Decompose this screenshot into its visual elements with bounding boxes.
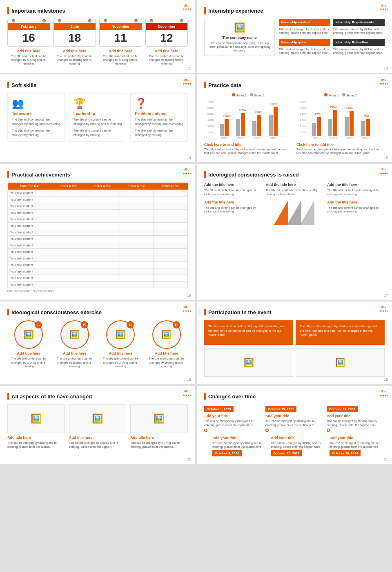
table-cell[interactable]: Your text content	[8, 262, 52, 268]
table-cell[interactable]: Your text content	[8, 249, 52, 255]
table-cell[interactable]: Your text content	[8, 210, 52, 216]
chart-click-title-1[interactable]: Click here to add title	[296, 143, 385, 147]
table-header-4[interactable]: Enter a title	[154, 183, 187, 190]
ideo-bottom-desc-0: The title and content can be chan ged by…	[204, 206, 262, 213]
timeline-line-1	[270, 430, 323, 430]
life-title-1[interactable]: Add title here	[69, 436, 127, 440]
life-item-2: 🖼️ Add title here Title can be changed b…	[130, 404, 188, 448]
milestone-title-1[interactable]: Add title here	[53, 49, 96, 53]
participation-img-box-0: 🖼️	[204, 348, 293, 377]
exercise-desc-0: The title and content can be changed by …	[7, 357, 50, 368]
ideo-top-title-0[interactable]: Add the title here	[204, 183, 262, 187]
table-cell[interactable]: Your text content	[8, 190, 52, 197]
table-cell[interactable]: Your text content	[8, 229, 52, 236]
milestone-desc-1: The title and content can be changed by …	[53, 54, 96, 65]
timeline-title-2[interactable]: Add your title	[327, 414, 385, 418]
table-cell	[154, 203, 187, 210]
table-cell[interactable]: Your text content	[8, 242, 52, 249]
table-cell	[120, 242, 154, 249]
svg-rect-15	[269, 115, 273, 136]
accent-bar	[7, 171, 9, 178]
exercise-title-2[interactable]: Add title here	[99, 351, 142, 355]
timeline-bottom-title-2[interactable]: Add your title	[330, 436, 385, 440]
table-row: Your text content	[8, 210, 188, 216]
accent-bar	[7, 82, 9, 88]
internship-box-1: Internship Requirements Title can be cha…	[333, 19, 385, 36]
participation-top: The title can be changed by clicking and…	[204, 320, 385, 345]
exercise-title-1[interactable]: Add title here	[53, 351, 96, 355]
skill-title-2[interactable]: Problem solving	[135, 112, 183, 116]
table-cell	[52, 216, 86, 223]
skill-title-0[interactable]: Teamwork	[12, 112, 60, 116]
internship-box-header-3: Internship Reflection	[333, 39, 385, 46]
timeline-title-0[interactable]: Add your title	[204, 414, 262, 418]
skill-title-1[interactable]: Leadership	[74, 112, 122, 116]
table-cell[interactable]: Your text content	[8, 216, 52, 223]
table-header-1[interactable]: Enter a title	[52, 183, 86, 190]
arrow-graphic	[266, 200, 323, 225]
table-cell	[120, 262, 154, 268]
table-cell[interactable]: Your text content	[8, 223, 52, 229]
chart-legend-1: Series 1 Series 2	[296, 93, 385, 97]
table-cell[interactable]: Your text content	[8, 282, 52, 288]
participation-banner-1[interactable]: The title can be changed by clicking and…	[296, 320, 385, 345]
achievements-note: Data statistics time: September 2029	[7, 290, 188, 293]
svg-text:3,000: 3,000	[300, 119, 306, 121]
exercise-title-3[interactable]: Add title here	[145, 351, 188, 355]
milestone-title-2[interactable]: Add title here	[99, 49, 142, 53]
milestones-grid: February 16 Add title here The title and…	[7, 19, 188, 65]
timeline-bottom-title-1[interactable]: Add your title	[271, 436, 326, 440]
table-header-0[interactable]: Enter the text	[8, 183, 52, 190]
exercise-item-3: D 🖼️ Add title here The title and conten…	[145, 320, 188, 368]
table-row: Your text content	[8, 262, 188, 268]
svg-rect-38	[361, 121, 365, 136]
svg-text:4,500: 4,500	[300, 101, 306, 103]
life-desc-2: Title can be changed by clicking and re-…	[130, 441, 188, 448]
skill-desc-1: The title and content can be changed by …	[74, 118, 122, 126]
ideo-bottom-title-2[interactable]: Add the title here	[327, 200, 385, 204]
chart-click-title-0[interactable]: Click here to add title	[204, 143, 292, 147]
svg-text:+10%: +10%	[255, 111, 263, 114]
life-title-2[interactable]: Add title here	[130, 436, 188, 440]
table-header-2[interactable]: Enter a title	[86, 183, 120, 190]
ideo-bottom-2: Add the title here The title and content…	[327, 200, 385, 225]
participation-banner-0[interactable]: The title can be changed by clicking and…	[204, 320, 293, 345]
exercise-title-0[interactable]: Add title here	[7, 351, 50, 355]
milestone-title-3[interactable]: Add title here	[145, 49, 188, 53]
logo-ideological1: dhu●●●●●	[379, 168, 388, 175]
logo-life-changed: dhu●●●●●	[183, 390, 191, 397]
circle-img-1: B 🖼️	[60, 320, 89, 349]
life-title-0[interactable]: Add title here	[7, 436, 65, 440]
achievements-tbody: Your text contentYour text contentYour t…	[8, 190, 188, 288]
svg-text:4,000: 4,000	[207, 119, 214, 121]
timeline-bottom-date-2: October 30, 2034	[330, 450, 361, 456]
table-cell	[86, 282, 120, 288]
ideo-top-title-1[interactable]: Add the title here	[266, 183, 323, 187]
table-cell[interactable]: Your text content	[8, 197, 52, 203]
table-cell[interactable]: Your text content	[8, 236, 52, 242]
table-header-3[interactable]: Enter a title	[120, 183, 154, 190]
milestone-title-0[interactable]: Add title here	[7, 49, 50, 53]
table-cell	[86, 197, 120, 203]
ideo-bottom-title-0[interactable]: Add the title here	[204, 200, 262, 204]
calendar-pins-0	[8, 19, 50, 22]
logo-participation: dhu●●●●●	[379, 306, 388, 313]
skill-card-0: 👥 Teamwork The title and content can be …	[7, 93, 65, 142]
internship-box-content-0: Title can be changed by clicking and re-…	[279, 27, 331, 35]
slide-number-practice-data: 15	[384, 156, 388, 160]
table-cell[interactable]: Your text content	[8, 203, 52, 210]
svg-rect-9	[236, 119, 240, 136]
milestone-item-1: June 18 Add title here The title and con…	[53, 19, 96, 65]
achievements-table: Enter the text Enter a title Enter a tit…	[7, 183, 188, 288]
participation-bottom: 🖼️ 🖼️	[204, 348, 385, 377]
table-cell[interactable]: Your text content	[8, 255, 52, 262]
table-cell[interactable]: Your text content	[8, 275, 52, 282]
table-cell[interactable]: Your text content	[8, 268, 52, 275]
timeline-title-1[interactable]: Add your title	[265, 414, 323, 418]
timeline-bottom-title-0[interactable]: Add your title	[212, 436, 267, 440]
slide-title-soft-skills: Soft skills	[7, 82, 188, 88]
table-row: Your text content	[8, 268, 188, 275]
skill-card-2: ❓ Problem solving The title and content …	[130, 93, 188, 142]
ideo-bottom-desc-2: The title and content can be chan ged by…	[327, 206, 385, 213]
ideo-top-title-2[interactable]: Add the title here	[327, 183, 385, 187]
